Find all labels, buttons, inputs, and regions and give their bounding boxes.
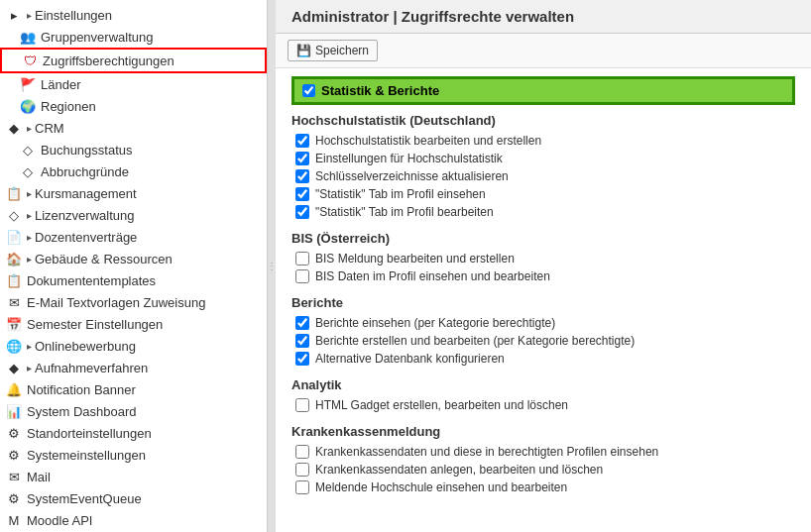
systemdashboard-label: System Dashboard <box>27 404 137 419</box>
save-button[interactable]: 💾 Speichern <box>288 40 378 61</box>
krankenkassenmeldung-checkbox-2[interactable] <box>295 480 309 494</box>
sidebar-item-crm[interactable]: ◆▸CRM <box>0 117 267 139</box>
checkbox-row: Hochschulstatistik bearbeiten und erstel… <box>291 132 795 150</box>
sidebar-item-systemdashboard[interactable]: 📊System Dashboard <box>0 400 267 422</box>
einstellungen-chevron: ▸ <box>27 10 32 21</box>
sidebar-item-aufnahmeverfahren[interactable]: ◆▸Aufnahmeverfahren <box>0 357 267 378</box>
berichte-label-0: Berichte einsehen (per Kategorie berecht… <box>315 316 555 330</box>
statistik-berichte-checkbox[interactable] <box>302 84 315 97</box>
sidebar-item-buchungsstatus[interactable]: ◇Buchungsstatus <box>0 139 267 160</box>
einstellungen-icon: ▸ <box>6 7 22 23</box>
zugriffsberechtigungen-icon: 🛡 <box>22 53 38 68</box>
kursmanagement-chevron: ▸ <box>27 188 32 199</box>
sidebar-item-regionen[interactable]: 🌍Regionen <box>0 95 267 117</box>
krankenkassenmeldung-checkbox-1[interactable] <box>295 463 309 477</box>
hochschulstatistik-label-0: Hochschulstatistik bearbeiten und erstel… <box>315 134 541 148</box>
sidebar-item-abbruchgruende[interactable]: ◇Abbruchgründe <box>0 160 267 182</box>
main-content: Administrator | Zugriffsrechte verwalten… <box>276 0 811 532</box>
kursmanagement-label: Kursmanagement <box>35 186 137 201</box>
sidebar-item-onlinebewerbung[interactable]: 🌐▸Onlinebewerbung <box>0 335 267 357</box>
hochschulstatistik-checkbox-1[interactable] <box>295 152 309 165</box>
sidebar-item-notificationbanner[interactable]: 🔔Notification Banner <box>0 378 267 400</box>
semester-label: Semester Einstellungen <box>27 317 163 332</box>
dozentenvertraege-label: Dozentenverträge <box>35 230 137 245</box>
sidebar-item-lizenzverwaltung[interactable]: ◇▸Lizenzverwaltung <box>0 204 267 226</box>
notificationbanner-label: Notification Banner <box>27 382 136 397</box>
krankenkassenmeldung-checkbox-0[interactable] <box>295 445 309 459</box>
semester-icon: 📅 <box>6 316 22 332</box>
sidebar-item-email[interactable]: ✉E-Mail Textvorlagen Zuweisung <box>0 291 267 313</box>
checkbox-row: Einstellungen für Hochschulstatistik <box>291 150 795 167</box>
gebaeude-chevron: ▸ <box>27 254 32 265</box>
hochschulstatistik-checkbox-4[interactable] <box>295 205 309 219</box>
checkbox-row: Berichte einsehen (per Kategorie berecht… <box>291 314 795 332</box>
moodleapi-icon: M <box>6 512 22 528</box>
systemeventqueue-icon: ⚙ <box>6 490 22 506</box>
standorteinstellungen-label: Standorteinstellungen <box>27 426 152 441</box>
crm-icon: ◆ <box>6 120 22 136</box>
standorteinstellungen-icon: ⚙ <box>6 425 22 441</box>
section-berichte: BerichteBerichte einsehen (per Kategorie… <box>291 295 795 368</box>
bis-checkbox-1[interactable] <box>295 269 309 283</box>
sidebar-item-standorteinstellungen[interactable]: ⚙Standorteinstellungen <box>0 422 267 444</box>
gebaeude-icon: 🏠 <box>6 251 22 266</box>
crm-label: CRM <box>35 121 64 136</box>
checkbox-row: "Statistik" Tab im Profil bearbeiten <box>291 203 795 221</box>
buchungsstatus-icon: ◇ <box>20 142 36 158</box>
berichte-checkbox-0[interactable] <box>295 316 309 330</box>
krankenkassenmeldung-label-1: Krankenkassendaten anlegen, bearbeiten u… <box>315 463 603 477</box>
hochschulstatistik-label-2: Schlüsselverzeichnisse aktualisieren <box>315 169 509 183</box>
sidebar-item-mail[interactable]: ✉Mail <box>0 466 267 487</box>
sidebar-item-kursmanagement[interactable]: 📋▸Kursmanagement <box>0 182 267 204</box>
onlinebewerbung-icon: 🌐 <box>6 338 22 354</box>
checkbox-row: Meldende Hochschule einsehen und bearbei… <box>291 479 795 496</box>
sidebar-item-laender[interactable]: 🚩Länder <box>0 73 267 95</box>
dozentenvertraege-icon: 📄 <box>6 229 22 245</box>
content-area: Statistik & Berichte Hochschulstatistik … <box>276 68 811 514</box>
sidebar-item-dokumententemplates[interactable]: 📋Dokumententemplates <box>0 269 267 291</box>
dokumententemplates-icon: 📋 <box>6 272 22 288</box>
statistik-berichte-header: Statistik & Berichte <box>291 76 795 105</box>
lizenzverwaltung-icon: ◇ <box>6 207 22 223</box>
mail-icon: ✉ <box>6 469 22 484</box>
page-title: Administrator | Zugriffsrechte verwalten <box>276 0 811 34</box>
systemeventqueue-label: SystemEventQueue <box>27 491 142 506</box>
resize-handle[interactable]: ⋮ <box>268 0 276 532</box>
sidebar-item-dozentenvertraege[interactable]: 📄▸Dozentenverträge <box>0 226 267 248</box>
aufnahmeverfahren-label: Aufnahmeverfahren <box>35 361 148 375</box>
krankenkassenmeldung-label-0: Krankenkassendaten und diese in berechti… <box>315 445 658 459</box>
hochschulstatistik-checkbox-0[interactable] <box>295 134 309 148</box>
sidebar-item-moodleapi[interactable]: MMoodle API <box>0 509 267 531</box>
berichte-checkbox-1[interactable] <box>295 334 309 348</box>
sidebar-item-systemeinstellungen[interactable]: ⚙Systemeinstellungen <box>0 444 267 466</box>
analytik-checkbox-0[interactable] <box>295 398 309 412</box>
regionen-icon: 🌍 <box>20 98 36 114</box>
checkbox-row: Schlüsselverzeichnisse aktualisieren <box>291 167 795 185</box>
dozentenvertraege-chevron: ▸ <box>27 232 32 243</box>
systemeinstellungen-icon: ⚙ <box>6 447 22 463</box>
krankenkassenmeldung-label-2: Meldende Hochschule einsehen und bearbei… <box>315 480 567 494</box>
gruppenverwaltung-icon: 👥 <box>20 29 36 45</box>
einstellungen-label: Einstellungen <box>35 8 112 23</box>
hochschulstatistik-checkbox-3[interactable] <box>295 187 309 201</box>
toolbar: 💾 Speichern <box>276 34 811 68</box>
statistik-berichte-label: Statistik & Berichte <box>321 83 439 98</box>
abbruchgruende-label: Abbruchgründe <box>41 164 129 179</box>
sidebar-item-gebaeude[interactable]: 🏠▸Gebäude & Ressourcen <box>0 248 267 269</box>
berichte-label-2: Alternative Datenbank konfigurieren <box>315 352 505 366</box>
hochschulstatistik-checkbox-2[interactable] <box>295 169 309 183</box>
sidebar-item-zugriffsberechtigungen[interactable]: 🛡Zugriffsberechtigungen <box>0 48 267 73</box>
sidebar-item-systemeventqueue[interactable]: ⚙SystemEventQueue <box>0 487 267 509</box>
section-title-analytik: Analytik <box>291 377 795 392</box>
abbruchgruende-icon: ◇ <box>20 163 36 179</box>
berichte-checkbox-2[interactable] <box>295 352 309 366</box>
checkbox-row: Berichte erstellen und bearbeiten (per K… <box>291 332 795 350</box>
checkbox-row: "Statistik" Tab im Profil einsehen <box>291 185 795 203</box>
laender-icon: 🚩 <box>20 76 36 92</box>
laender-label: Länder <box>41 77 80 92</box>
sidebar-item-einstellungen[interactable]: ▸▸Einstellungen <box>0 4 267 26</box>
save-icon: 💾 <box>296 44 311 57</box>
sidebar-item-semester[interactable]: 📅Semester Einstellungen <box>0 313 267 335</box>
sidebar-item-gruppenverwaltung[interactable]: 👥Gruppenverwaltung <box>0 26 267 48</box>
bis-checkbox-0[interactable] <box>295 252 309 266</box>
